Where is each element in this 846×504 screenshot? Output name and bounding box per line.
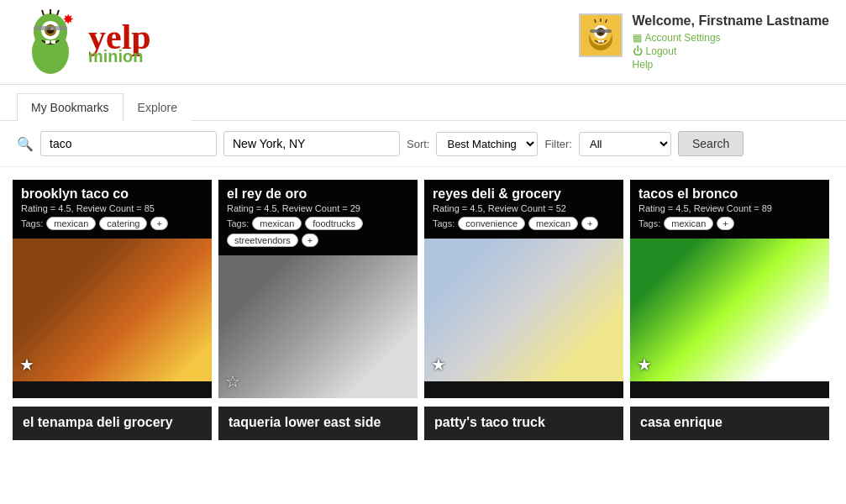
search-bar: 🔍 Sort: Best Matching Rating Review Coun… bbox=[0, 121, 846, 167]
bottom-card[interactable]: patty's taco truck bbox=[424, 407, 623, 440]
bookmark-icon[interactable]: ★ bbox=[637, 354, 652, 375]
tag: mexican bbox=[252, 217, 302, 230]
card-name: brooklyn taco co bbox=[21, 186, 203, 202]
card-rating: Rating = 4.5, Review Count = 29 bbox=[227, 203, 409, 213]
bookmark-icon[interactable]: ★ bbox=[19, 354, 34, 375]
card-name: reyes deli & grocery bbox=[433, 186, 615, 202]
svg-rect-22 bbox=[602, 40, 604, 43]
card-tags: Tags: conveniencemexican + bbox=[433, 217, 615, 230]
logo-sub-text: minion bbox=[88, 48, 151, 65]
bookmark-icon[interactable]: ☆ bbox=[225, 371, 240, 391]
card-image: ★ bbox=[13, 239, 212, 381]
search-input[interactable] bbox=[40, 131, 217, 156]
svg-line-25 bbox=[606, 19, 607, 23]
bottom-card[interactable]: el tenampa deli grocery bbox=[13, 407, 212, 440]
svg-line-9 bbox=[42, 10, 44, 15]
card-info: brooklyn taco co Rating = 4.5, Review Co… bbox=[13, 180, 212, 239]
tag: convenience bbox=[458, 217, 525, 230]
welcome-text: Welcome, Firstname Lastname bbox=[633, 13, 829, 29]
card-tags: Tags: mexicancatering + bbox=[21, 217, 203, 230]
bottom-card[interactable]: casa enrique bbox=[630, 407, 829, 440]
tag: catering bbox=[99, 217, 147, 230]
result-card[interactable]: brooklyn taco co Rating = 4.5, Review Co… bbox=[13, 180, 212, 398]
logo-svg: ✸ bbox=[17, 8, 84, 76]
svg-rect-8 bbox=[51, 40, 55, 44]
avatar bbox=[579, 13, 623, 57]
svg-line-23 bbox=[595, 19, 596, 23]
user-links: ▦ Account Settings ⏻ Logout Help bbox=[633, 32, 829, 71]
card-image: ☆ bbox=[218, 255, 418, 398]
logout-link[interactable]: ⏻ Logout bbox=[633, 45, 829, 57]
tag-add-button[interactable]: + bbox=[717, 217, 733, 230]
card-info: tacos el bronco Rating = 4.5, Review Cou… bbox=[630, 180, 829, 239]
card-rating: Rating = 4.5, Review Count = 52 bbox=[433, 203, 615, 213]
tags-label: Tags: bbox=[638, 218, 660, 228]
card-info: el rey de oro Rating = 4.5, Review Count… bbox=[218, 180, 418, 255]
filter-label: Filter: bbox=[544, 138, 572, 150]
svg-rect-21 bbox=[598, 40, 601, 43]
results-grid: brooklyn taco co Rating = 4.5, Review Co… bbox=[0, 171, 846, 407]
svg-rect-7 bbox=[45, 40, 50, 44]
bottom-cards-row: el tenampa deli grocerytaqueria lower ea… bbox=[0, 407, 846, 449]
filter-select[interactable]: All Mexican Catering Food Trucks bbox=[579, 132, 671, 156]
result-card[interactable]: tacos el bronco Rating = 4.5, Review Cou… bbox=[630, 180, 829, 398]
tag: streetvendors bbox=[227, 234, 298, 247]
user-info: Welcome, Firstname Lastname ▦ Account Se… bbox=[633, 13, 829, 71]
tag: mexican bbox=[46, 217, 96, 230]
card-tags: Tags: mexican + bbox=[638, 217, 821, 230]
card-name: tacos el bronco bbox=[638, 186, 821, 202]
card-rating: Rating = 4.5, Review Count = 89 bbox=[638, 203, 821, 213]
tab-bookmarks[interactable]: My Bookmarks bbox=[17, 93, 123, 121]
header: ✸ yelp minion bbox=[0, 0, 846, 85]
tag: mexican bbox=[528, 217, 578, 230]
svg-line-11 bbox=[57, 10, 59, 15]
result-card[interactable]: reyes deli & grocery Rating = 4.5, Revie… bbox=[424, 180, 623, 398]
card-rating: Rating = 4.5, Review Count = 85 bbox=[21, 203, 203, 213]
tag-add-button[interactable]: + bbox=[302, 234, 318, 247]
account-icon: ▦ bbox=[633, 32, 642, 44]
tag: foodtrucks bbox=[305, 217, 363, 230]
tag-add-button[interactable]: + bbox=[150, 217, 167, 230]
tag: mexican bbox=[664, 217, 713, 230]
card-info: reyes deli & grocery Rating = 4.5, Revie… bbox=[424, 180, 623, 239]
tags-label: Tags: bbox=[433, 218, 455, 228]
card-image: ★ bbox=[630, 239, 829, 381]
logo-area: ✸ yelp minion bbox=[17, 8, 151, 76]
sort-label: Sort: bbox=[407, 138, 429, 150]
svg-rect-20 bbox=[590, 29, 612, 33]
card-image: ★ bbox=[424, 239, 623, 381]
bookmark-icon[interactable]: ★ bbox=[431, 354, 446, 375]
tags-label: Tags: bbox=[21, 218, 43, 228]
card-name: el rey de oro bbox=[227, 186, 409, 202]
svg-rect-6 bbox=[34, 26, 67, 30]
card-tags: Tags: mexicanfoodtrucksstreetvendors + bbox=[227, 217, 409, 247]
tabs-bar: My Bookmarks Explore bbox=[0, 93, 846, 121]
account-settings-link[interactable]: ▦ Account Settings bbox=[633, 32, 829, 44]
sort-select[interactable]: Best Matching Rating Review Count Distan… bbox=[436, 132, 538, 156]
power-icon: ⏻ bbox=[633, 45, 643, 57]
tag-add-button[interactable]: + bbox=[581, 217, 598, 230]
tab-explore[interactable]: Explore bbox=[123, 93, 192, 121]
result-card[interactable]: el rey de oro Rating = 4.5, Review Count… bbox=[218, 180, 418, 398]
svg-text:✸: ✸ bbox=[63, 13, 74, 26]
user-area: Welcome, Firstname Lastname ▦ Account Se… bbox=[579, 13, 829, 71]
search-icon: 🔍 bbox=[17, 136, 34, 152]
bottom-card[interactable]: taqueria lower east side bbox=[218, 407, 418, 440]
tags-label: Tags: bbox=[227, 218, 249, 228]
location-input[interactable] bbox=[223, 131, 400, 156]
search-button[interactable]: Search bbox=[678, 131, 744, 156]
help-link[interactable]: Help bbox=[633, 59, 829, 71]
